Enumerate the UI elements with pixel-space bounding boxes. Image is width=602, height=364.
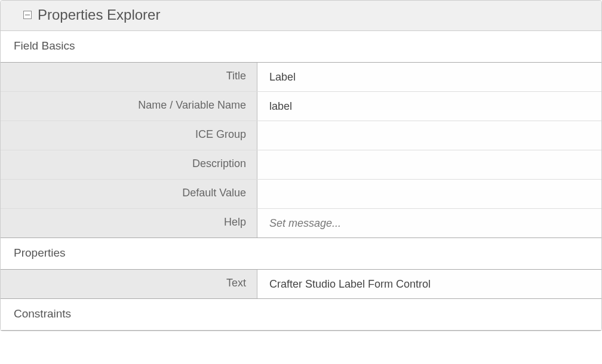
properties-explorer-panel: Properties Explorer Field Basics Title L… [0,0,602,331]
row-help: Help Set message... [1,209,601,238]
value-default-value[interactable] [257,180,601,208]
label-name: Name / Variable Name [1,92,257,121]
row-title: Title Label [1,63,601,92]
section-heading-properties: Properties [1,238,601,270]
value-title[interactable]: Label [257,63,601,91]
collapse-icon[interactable] [23,11,32,19]
row-ice-group: ICE Group [1,121,601,150]
row-description: Description [1,150,601,180]
value-help[interactable]: Set message... [257,209,601,237]
value-name[interactable]: label [257,92,601,121]
label-text: Text [1,270,257,298]
value-text[interactable]: Crafter Studio Label Form Control [257,270,601,298]
value-description[interactable] [257,150,601,179]
label-ice-group: ICE Group [1,121,257,150]
label-help: Help [1,209,257,237]
value-ice-group[interactable] [257,121,601,150]
section-field-basics: Title Label Name / Variable Name label I… [1,63,601,238]
panel-header[interactable]: Properties Explorer [1,1,601,31]
section-heading-field-basics: Field Basics [1,31,601,63]
label-description: Description [1,150,257,179]
row-default-value: Default Value [1,180,601,209]
label-default-value: Default Value [1,180,257,208]
panel-title: Properties Explorer [38,7,160,23]
label-title: Title [1,63,257,91]
row-text: Text Crafter Studio Label Form Control [1,270,601,299]
row-name: Name / Variable Name label [1,92,601,121]
section-properties: Text Crafter Studio Label Form Control [1,270,601,299]
section-heading-constraints: Constraints [1,299,601,331]
